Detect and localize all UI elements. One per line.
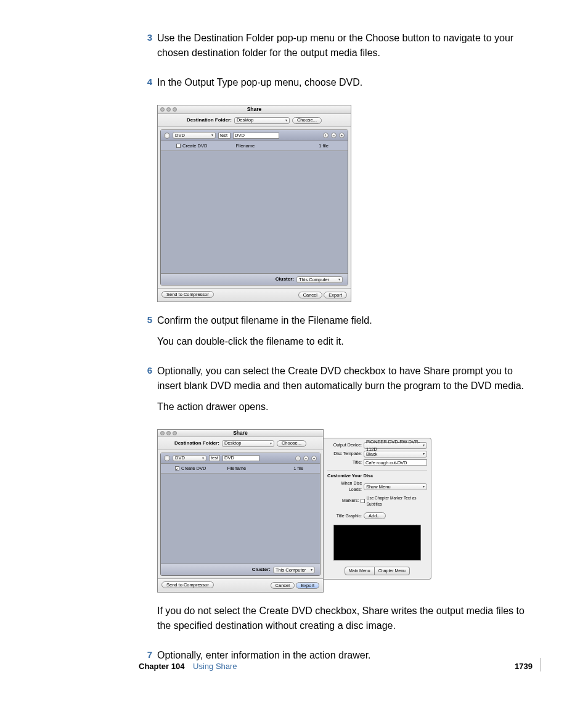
cluster-value: This Computer	[276, 567, 306, 573]
cancel-label: Cancel	[276, 582, 290, 589]
filename-field[interactable]: DVD	[233, 133, 279, 139]
info-icon[interactable]: i	[323, 133, 329, 138]
send-to-compressor-button[interactable]: Send to Compressor	[161, 581, 214, 588]
note-text: If you do not select the Create DVD chec…	[157, 604, 533, 633]
disc-template-popup[interactable]: Black ▾	[364, 451, 427, 458]
create-dvd-checkbox[interactable]	[175, 466, 179, 470]
choose-label: Choose...	[297, 117, 317, 123]
footer-rule	[541, 658, 541, 671]
window-controls[interactable]	[160, 107, 177, 112]
markers-label: Markers:	[327, 498, 359, 504]
output-type-popup[interactable]: DVD ▾	[173, 455, 206, 461]
add-button[interactable]: Add...	[364, 512, 386, 519]
cluster-popup[interactable]: This Computer ▾	[273, 567, 315, 573]
step-text: Confirm the output filename in the Filen…	[157, 313, 533, 328]
info-icon[interactable]: i	[295, 456, 301, 461]
add-icon[interactable]: +	[311, 456, 317, 461]
output-device-label: Output Device:	[327, 442, 362, 449]
chevron-updown-icon: ▾	[338, 277, 340, 282]
title-row: Title: Cafe rough cut-DVD	[327, 459, 427, 466]
markers-text: Use Chapter Marker Text as Subtitles	[367, 495, 427, 507]
output-type-value: DVD	[175, 132, 185, 139]
title-graphic-row: Title Graphic: Add...	[327, 512, 427, 519]
when-disc-loads-row: When Disc Loads: Show Menu ▾	[327, 480, 427, 493]
output-row: DVD ▾ test DVD i − +	[161, 130, 348, 141]
zoom-icon[interactable]	[173, 107, 177, 112]
step-subtext: You can double-click the filename to edi…	[157, 334, 533, 349]
send-to-compressor-button[interactable]: Send to Compressor	[161, 291, 214, 298]
window-controls[interactable]	[160, 431, 177, 435]
disc-icon	[164, 455, 170, 461]
titlebar: Share	[158, 105, 351, 114]
step-4: 4 In the Output Type pop-up menu, choose…	[139, 75, 533, 96]
zoom-icon[interactable]	[173, 431, 177, 435]
filename-prefix-value: test	[211, 454, 218, 461]
filename-prefix-field[interactable]: test	[218, 133, 231, 139]
close-icon[interactable]	[160, 431, 165, 435]
destination-row: Destination Folder: Desktop ▾ Choose...	[158, 114, 351, 127]
cluster-value: This Computer	[299, 276, 329, 283]
add-icon[interactable]: +	[339, 133, 345, 138]
cluster-label: Cluster:	[276, 276, 294, 283]
step-6: 6 Optionally, you can select the Create …	[139, 364, 533, 421]
title-graphic-label: Title Graphic:	[327, 513, 362, 520]
title-label: Title:	[327, 459, 362, 466]
create-dvd-checkbox[interactable]	[176, 144, 181, 148]
cancel-label: Cancel	[303, 292, 317, 298]
export-button[interactable]: Export	[324, 292, 347, 298]
title-value: Cafe rough cut-DVD	[365, 459, 407, 466]
preview-area	[333, 525, 421, 560]
remove-icon[interactable]: −	[331, 133, 337, 138]
action-drawer: Output Device: PIONEER DVD-RW DVR-112D ▾…	[324, 438, 431, 580]
bottom-bar: Send to Compressor Cancel Export	[158, 578, 323, 592]
send-label: Send to Compressor	[166, 291, 209, 298]
step-body: Confirm the output filename in the Filen…	[157, 313, 533, 355]
filename-prefix-field[interactable]: test	[209, 455, 220, 461]
step-text: Optionally, you can select the Create DV…	[157, 364, 533, 393]
filename-value: DVD	[235, 132, 245, 139]
export-button[interactable]: Export	[296, 582, 319, 589]
figure-share-window: Share Destination Folder: Desktop ▾ Choo…	[157, 105, 533, 302]
bottom-bar: Send to Compressor Cancel Export	[158, 288, 351, 302]
tab-chapter-menu[interactable]: Chapter Menu	[375, 567, 410, 576]
destination-folder-popup[interactable]: Desktop ▾	[234, 117, 290, 124]
step-body: Optionally, you can select the Create DV…	[157, 364, 533, 421]
output-row: DVD ▾ test DVD i − +	[161, 453, 320, 464]
choose-button[interactable]: Choose...	[277, 440, 306, 447]
step-number: 5	[139, 313, 152, 355]
title-field[interactable]: Cafe rough cut-DVD	[364, 459, 427, 466]
destination-folder-value: Desktop	[237, 117, 254, 123]
export-label: Export	[301, 582, 314, 589]
chevron-updown-icon: ▾	[423, 451, 425, 457]
step-subtext: The action drawer opens.	[157, 400, 533, 414]
cancel-button[interactable]: Cancel	[298, 292, 322, 298]
add-label: Add...	[369, 512, 381, 519]
step-5: 5 Confirm the output filename in the Fil…	[139, 313, 533, 355]
step-3: 3 Use the Destination Folder pop-up menu…	[139, 31, 533, 67]
output-type-popup[interactable]: DVD ▾	[173, 132, 216, 139]
minimize-icon[interactable]	[166, 107, 171, 112]
cancel-button[interactable]: Cancel	[271, 582, 295, 589]
cluster-popup[interactable]: This Computer ▾	[296, 276, 343, 283]
output-device-row: Output Device: PIONEER DVD-RW DVR-112D ▾	[327, 442, 427, 449]
destination-folder-popup[interactable]: Desktop ▾	[222, 440, 274, 447]
when-disc-loads-value: Show Menu	[366, 483, 391, 490]
step-number: 3	[139, 31, 152, 67]
filename-column-label: Filename	[227, 465, 246, 472]
close-icon[interactable]	[160, 107, 165, 112]
step-body: Use the Destination Folder pop-up menu o…	[157, 31, 533, 67]
markers-checkbox[interactable]	[361, 499, 365, 503]
chapter-number: Chapter 104	[139, 662, 184, 671]
filename-field[interactable]: DVD	[223, 455, 259, 461]
minimize-icon[interactable]	[166, 431, 171, 435]
output-subrow: Create DVD Filename 1 file	[161, 464, 320, 474]
remove-icon[interactable]: −	[303, 456, 309, 461]
export-label: Export	[329, 292, 342, 298]
tab-main-menu[interactable]: Main Menu	[345, 567, 375, 576]
page-footer: Chapter 104 Using Share 1739	[139, 660, 539, 673]
output-list-body	[161, 474, 320, 564]
output-device-popup[interactable]: PIONEER DVD-RW DVR-112D ▾	[364, 442, 427, 449]
when-disc-loads-popup[interactable]: Show Menu ▾	[364, 483, 427, 490]
filename-value: DVD	[224, 454, 234, 461]
choose-button[interactable]: Choose...	[292, 117, 322, 124]
